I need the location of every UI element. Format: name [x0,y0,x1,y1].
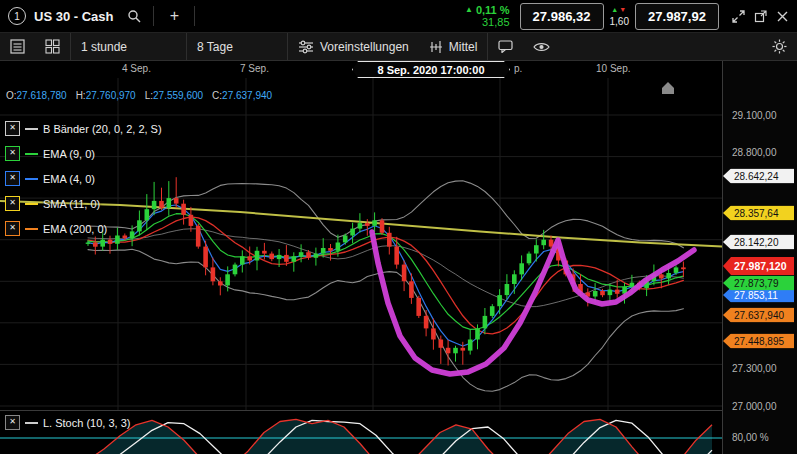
axis-price-label: 80,00 % [732,432,769,443]
indicator-swatch [25,203,38,205]
change-readout: ▲0,11 % 31,85 [465,4,510,28]
price-tag: 28.357,64 [723,206,794,221]
indicator-label: EMA (9, 0) [43,148,95,160]
popout-icon[interactable] [751,7,769,25]
indicator-label: EMA (4, 0) [43,173,95,185]
price-tag: 28.642,24 [723,169,794,184]
price-tag: 27.448,895 [723,334,794,349]
mittel-button[interactable]: Mittel [419,33,488,60]
layout-grid-button[interactable] [35,33,70,60]
remove-stoch-button[interactable]: ✕ [5,415,20,430]
speech-bubble-icon [498,40,513,53]
sell-price-button[interactable]: 27.986,32 [520,3,604,30]
price-chart[interactable]: O:27.618,780 H:27.760,970 L:27.559,600 C… [0,78,722,410]
high-value: 27.760,970 [86,90,136,101]
instrument-title: US 30 - Cash [34,9,113,24]
eye-icon [533,41,550,53]
marker-icon[interactable] [662,82,674,94]
low-value: 27.559,600 [153,90,203,101]
indicator-row: ✕EMA (9, 0) [5,141,162,166]
indicator-row: ✕SMA (11, 0) [5,191,162,216]
price-tag: 28.142,20 [723,235,794,250]
stoch-legend-row: ✕ L. Stoch (10, 3, 3) [5,415,130,430]
remove-indicator-button[interactable]: ✕ [5,121,20,136]
indicator-label: SMA (11, 0) [43,198,100,210]
indicator-swatch [25,153,38,155]
time-axis[interactable]: 4 Sep.7 Sep.p.10 Sep. 8 Sep. 2020 17:00:… [0,61,797,79]
buy-price-button[interactable]: 27.987,92 [635,3,719,30]
gear-icon [772,39,787,54]
change-percent: ▲0,11 % [465,4,510,16]
tick-down-icon: ▼ [619,6,627,13]
stoch-fill [72,419,712,454]
close-value: 27.637,940 [222,90,272,101]
presets-button[interactable]: Voreinstellungen [288,33,419,60]
tab-divider [194,6,195,26]
expand-icon[interactable] [729,7,747,25]
settings-button[interactable] [762,33,797,60]
quote-panel: ▲0,11 % 31,85 27.986,32 ▲▼ 1,60 27.987,9… [465,0,797,32]
window-controls [729,7,791,25]
price-tag: 27.637,940 [723,308,794,323]
indicator-swatch [25,178,38,180]
change-absolute: 31,85 [482,16,510,28]
remove-indicator-button[interactable]: ✕ [5,146,20,161]
price-tag: 27.987,120 [723,257,794,275]
chart-type-button[interactable] [0,33,35,60]
instrument-tab[interactable]: 1 US 30 - Cash + [0,0,203,32]
time-axis-label: 10 Sep. [596,63,630,74]
tab-divider [153,6,154,26]
trading-platform-window: 1 US 30 - Cash + ▲0,11 % 31,85 27.986,32… [0,0,797,454]
add-tab-button[interactable]: + [162,4,186,28]
indicator-label: B Bänder (20, 0, 2, 2, S) [43,123,162,135]
stoch-swatch [25,422,38,424]
indicator-swatch [25,228,38,230]
axis-price-label: 29.100,00 [732,110,777,121]
ohlc-readout: O:27.618,780 H:27.760,970 L:27.559,600 C… [6,90,272,101]
axis-price-label: 27.000,00 [732,401,777,412]
ema4-line [88,205,683,346]
price-axis[interactable]: 29.100,0028.800,0027.300,0027.000,0080,0… [722,61,797,454]
indicator-row: ✕EMA (200, 0) [5,216,162,241]
close-icon[interactable] [773,7,791,25]
spread-readout: ▲▼ 1,60 [610,5,629,27]
timeframe-dropdown[interactable]: 1 stunde [71,33,186,60]
indicator-row: ✕B Bänder (20, 0, 2, 2, S) [5,116,162,141]
instrument-number-badge: 1 [8,7,26,25]
indicator-swatch [25,128,38,130]
axis-price-label: 27.300,00 [732,363,777,374]
indicator-icon [429,40,443,54]
chart-toolbar: 1 stunde 8 Tage Voreinstellungen Mittel [0,33,797,61]
range-dropdown[interactable]: 8 Tage [187,33,287,60]
search-icon[interactable] [123,5,145,27]
remove-indicator-button[interactable]: ✕ [5,171,20,186]
axis-price-label: 28.800,00 [732,147,777,158]
crosshair-time-tooltip: 8 Sep. 2020 17:00:00 [352,61,510,78]
remove-indicator-button[interactable]: ✕ [5,221,20,236]
indicator-legend: ✕B Bänder (20, 0, 2, 2, S)✕EMA (9, 0)✕EM… [5,116,162,241]
time-axis-label: 7 Sep. [240,63,269,74]
price-tag: 27.873,79 [723,276,794,291]
remove-indicator-button[interactable]: ✕ [5,196,20,211]
time-axis-label: p. [514,63,522,74]
open-value: 27.618,780 [17,90,67,101]
spread-value: 1,60 [610,17,629,27]
indicator-row: ✕EMA (4, 0) [5,166,162,191]
time-axis-label: 4 Sep. [122,63,151,74]
indicator-label: EMA (200, 0) [43,223,107,235]
up-triangle-icon: ▲ [465,4,473,16]
comment-button[interactable] [488,33,523,60]
top-bar: 1 US 30 - Cash + ▲0,11 % 31,85 27.986,32… [0,0,797,33]
stoch-label: L. Stoch (10, 3, 3) [43,417,130,429]
sliders-icon [298,40,314,54]
visibility-button[interactable] [523,33,560,60]
stochastic-pane[interactable]: ✕ L. Stoch (10, 3, 3) [0,410,722,454]
